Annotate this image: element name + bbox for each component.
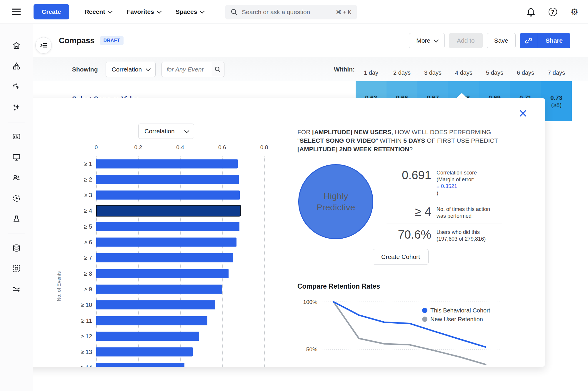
sidebar-divider	[8, 122, 25, 122]
collapse-panel-button[interactable]	[35, 37, 52, 54]
bar-≥7[interactable]	[96, 253, 233, 262]
bar-row-≥1: ≥ 1	[96, 156, 264, 172]
retention-chart-title: Compare Retention Rates	[297, 282, 380, 290]
stat-row-3: 70.6%Users who did this(197,603 of 279,8…	[387, 224, 502, 247]
day-window-3[interactable]: 3 days	[417, 69, 448, 76]
share-button[interactable]: Share	[538, 33, 570, 48]
bar-row-≥8: ≥ 8	[96, 266, 264, 281]
frame-icon[interactable]	[8, 260, 25, 277]
chevron-down-icon	[156, 9, 161, 14]
stat-value: ≥ 4	[387, 205, 431, 218]
flask-icon[interactable]	[8, 211, 25, 227]
bar-≥12[interactable]	[96, 332, 199, 341]
save-button[interactable]: Save	[487, 33, 516, 48]
day-window-4[interactable]: 4 days	[448, 69, 479, 76]
bar-row-≥5: ≥ 5	[96, 219, 264, 234]
copy-link-icon[interactable]	[520, 33, 538, 48]
document-header: Compass DRAFT More Add to Save Share	[33, 24, 588, 57]
bar-≥1[interactable]	[96, 159, 238, 168]
legend-label: New User Retention	[430, 316, 483, 323]
bar-category-label: ≥ 6	[66, 239, 92, 246]
margin-of-error-link[interactable]: ± 0.3521	[437, 183, 477, 190]
database-icon[interactable]	[8, 240, 25, 256]
bar-≥10[interactable]	[96, 300, 215, 310]
bar-row-≥11: ≥ 11	[96, 313, 264, 328]
left-sidebar	[0, 24, 33, 391]
correlation-bar-chart: ≥ 1≥ 2≥ 3≥ 4≥ 5≥ 6≥ 7≥ 8≥ 9≥ 10≥ 11≥ 12≥…	[96, 156, 264, 367]
add-to-button[interactable]: Add to	[449, 33, 483, 48]
event-search-button[interactable]	[211, 62, 224, 77]
play-circle-icon[interactable]	[8, 190, 25, 207]
swap-icon[interactable]	[8, 281, 25, 297]
bar-row-≥12: ≥ 12	[96, 328, 264, 344]
bar-≥11[interactable]	[96, 316, 207, 325]
bar-row-≥9: ≥ 9	[96, 281, 264, 297]
bar-≥14[interactable]	[96, 363, 184, 367]
bar-category-label: ≥ 1	[66, 160, 92, 167]
menu-recent[interactable]: Recent	[84, 8, 111, 15]
x-tick-0.8: 0.8	[260, 144, 268, 151]
event-filter-group: for Any Event	[161, 62, 224, 77]
menu-favorites[interactable]: Favorites	[126, 8, 160, 15]
bar-chart-x-axis: 00.20.40.60.8	[96, 144, 264, 152]
menu-spaces[interactable]: Spaces	[176, 8, 204, 15]
draft-badge: DRAFT	[100, 36, 124, 45]
bar-≥4-selected[interactable]	[96, 205, 241, 217]
chevron-down-icon	[434, 37, 439, 42]
home-icon[interactable]	[8, 37, 25, 54]
bar-chart-icon[interactable]	[8, 128, 25, 145]
search-shortcut: ⌘ + K	[336, 9, 352, 16]
chevron-down-icon	[108, 9, 113, 14]
bar-≥13[interactable]	[96, 347, 193, 357]
close-icon[interactable]	[519, 109, 529, 119]
bar-category-label: ≥ 12	[66, 333, 92, 340]
bar-≥8[interactable]	[96, 269, 229, 278]
bell-icon[interactable]	[526, 7, 536, 17]
gridline	[264, 156, 265, 367]
top-navigation: Create Recent Favorites Spaces Search or…	[0, 0, 588, 24]
stat-label: Correlation score(Margin of error:± 0.35…	[437, 169, 477, 197]
x-tick-0.2: 0.2	[134, 144, 142, 151]
create-button[interactable]: Create	[34, 4, 69, 19]
event-filter-input[interactable]: for Any Event	[161, 62, 211, 77]
stat-label: Users who did this(197,603 of 279,816)	[437, 228, 486, 242]
monitor-icon[interactable]	[8, 149, 25, 165]
chevron-down-icon	[146, 66, 151, 71]
share-split-button[interactable]: Share	[520, 33, 570, 48]
predictive-verdict-badge: Highly Predictive	[298, 164, 373, 239]
create-cohort-button[interactable]: Create Cohort	[373, 249, 429, 265]
bar-category-label: ≥ 11	[66, 317, 92, 324]
more-button[interactable]: More	[409, 33, 445, 48]
bar-≥6[interactable]	[96, 238, 236, 247]
bar-≥3[interactable]	[96, 191, 240, 200]
bar-row-≥13: ≥ 13	[96, 344, 264, 360]
day-window-2[interactable]: 2 days	[387, 69, 417, 76]
correlation-cell-7[interactable]: 0.73(≥8)	[541, 81, 572, 121]
day-window-7[interactable]: 7 days	[541, 69, 572, 76]
metric-dropdown[interactable]: Correlation	[106, 62, 156, 77]
chevron-down-icon	[184, 128, 189, 133]
global-search-input[interactable]: Search or ask a question ⌘ + K	[225, 5, 357, 19]
users-icon[interactable]	[8, 169, 25, 186]
day-window-1[interactable]: 1 day	[356, 69, 387, 76]
bar-≥5[interactable]	[96, 222, 239, 231]
retention-line-chart	[320, 292, 500, 367]
hamburger-icon[interactable]	[11, 6, 22, 17]
gear-icon[interactable]: ⚙	[570, 7, 579, 17]
bar-≥9[interactable]	[96, 284, 222, 294]
bar-row-≥4: ≥ 4	[96, 203, 264, 219]
bar-row-≥2: ≥ 2	[96, 172, 264, 187]
day-window-5[interactable]: 5 days	[479, 69, 510, 76]
legend-dot	[422, 308, 427, 313]
bar-category-label: ≥ 14	[66, 364, 92, 367]
help-icon[interactable]: ?	[548, 7, 557, 17]
page-title: Compass	[59, 36, 95, 45]
day-window-6[interactable]: 6 days	[510, 69, 541, 76]
cursor-click-icon[interactable]	[8, 79, 25, 95]
shapes-icon[interactable]	[8, 58, 25, 74]
x-tick-0.4: 0.4	[176, 144, 184, 151]
y-tick-50: 50%	[298, 346, 317, 353]
sparkles-icon[interactable]	[8, 99, 25, 116]
bar-≥2[interactable]	[96, 175, 239, 184]
chart-metric-dropdown[interactable]: Correlation	[138, 124, 194, 139]
